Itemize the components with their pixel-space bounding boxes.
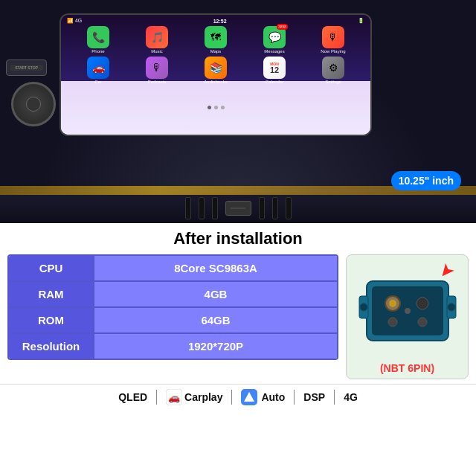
4g-item: 4G <box>335 391 367 403</box>
svg-point-5 <box>388 318 397 327</box>
ram-row: RAM 4GB <box>9 282 337 308</box>
install-section: After installation CPU 8Core SC9863A RAM… <box>0 223 476 384</box>
ram-label: RAM <box>9 282 94 306</box>
car-app-icon: 🚗 <box>87 57 109 79</box>
carplay-icon: 🚗 <box>166 389 182 405</box>
car-screen: 📶 4G 12:52 🔋 📞 Phone 🎵 Music 🗺 Maps <box>60 13 372 136</box>
dsp-item: DSP <box>295 391 334 403</box>
nbt-label: (NBT 6PIN) <box>380 359 434 379</box>
connector-area: ➤ <box>346 254 469 379</box>
calendar-app-icon: MON 12 <box>263 57 286 79</box>
left-knob <box>11 82 56 126</box>
svg-point-6 <box>418 318 427 327</box>
resolution-label: Resolution <box>9 334 94 358</box>
svg-text:🚗: 🚗 <box>168 391 181 404</box>
svg-point-3 <box>389 300 396 307</box>
size-badge: 10.25" inch <box>391 171 461 190</box>
nowplaying-app-icon: 🎙 <box>322 26 344 48</box>
auto-item: Auto <box>232 389 294 405</box>
ram-value: 4GB <box>94 282 337 306</box>
audiobooks-app-icon: 📚 <box>205 57 227 79</box>
rom-row: ROM 64GB <box>9 308 337 334</box>
carplay-label: Carplay <box>184 391 222 403</box>
auto-label: Auto <box>261 391 285 403</box>
resolution-row: Resolution 1920*720P <box>9 334 337 358</box>
svg-point-4 <box>416 298 428 309</box>
specs-table: CPU 8Core SC9863A RAM 4GB ROM 64GB Resol… <box>7 254 338 360</box>
svg-point-11 <box>448 303 455 311</box>
rom-value: 64GB <box>94 308 337 332</box>
svg-point-7 <box>405 308 411 314</box>
4g-label: 4G <box>344 391 358 403</box>
maps-app-icon: 🗺 <box>205 26 227 48</box>
bottom-bar: QLED 🚗 Carplay Auto DSP 4G <box>0 384 476 410</box>
content-area: CPU 8Core SC9863A RAM 4GB ROM 64GB Resol… <box>7 254 469 379</box>
cpu-value: 8Core SC9863A <box>94 256 337 280</box>
install-title: After installation <box>7 229 469 248</box>
cpu-row: CPU 8Core SC9863A <box>9 256 337 282</box>
cpu-label: CPU <box>9 256 94 280</box>
music-app-icon: 🎵 <box>146 26 168 48</box>
settings-app-icon: ⚙ <box>322 57 344 79</box>
qled-item: QLED <box>109 391 156 403</box>
car-display: START STOP 📶 4G 12:52 🔋 📞 Phone 🎵 Music … <box>0 0 476 223</box>
qled-label: QLED <box>118 391 147 403</box>
resolution-value: 1920*720P <box>94 334 337 358</box>
carplay-item: 🚗 Carplay <box>157 389 231 405</box>
podcasts-app-icon: 🎙 <box>146 57 168 79</box>
svg-point-10 <box>360 303 367 311</box>
top-left-buttons: START STOP <box>6 60 47 76</box>
dashboard-vents <box>0 193 476 223</box>
rom-label: ROM <box>9 308 94 332</box>
dsp-label: DSP <box>303 391 325 403</box>
auto-icon <box>241 389 257 405</box>
phone-app-icon: 📞 <box>87 26 109 48</box>
